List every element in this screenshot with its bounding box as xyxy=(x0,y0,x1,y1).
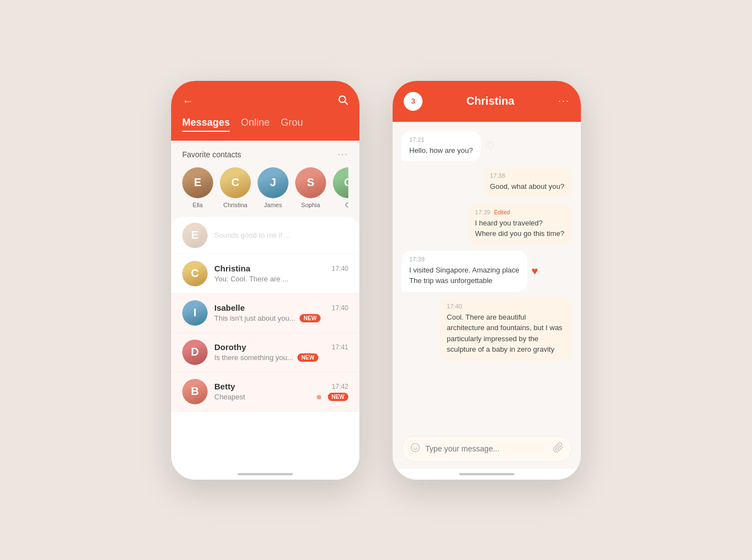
bubble-text-3: I heard you traveled?Where did you go th… xyxy=(475,218,564,239)
chat-input-bar xyxy=(393,429,581,469)
new-badge-isabelle: NEW xyxy=(300,314,320,322)
msg-preview-christina: You: Cool. There are ... xyxy=(214,275,348,283)
new-badge-dorothy: NEW xyxy=(297,353,318,362)
tabs-row: Messages Online Grou xyxy=(182,117,348,141)
favorites-list: E Ella C Christina J James xyxy=(182,167,348,208)
message-row-1: 17:21 Hello, how are you? ♡ xyxy=(401,131,572,162)
msg-name-dorothy: Dorothy xyxy=(214,342,246,352)
msg-avatar-christina: C xyxy=(182,261,208,286)
message-item-betty[interactable]: B Betty 17:42 Cheapest NEW xyxy=(171,372,359,412)
fav-avatar-ol: O xyxy=(333,167,348,198)
attach-button[interactable] xyxy=(553,442,564,456)
message-item-isabelle[interactable]: I Isabelle 17:40 This isn't just about y… xyxy=(171,294,359,333)
chat-more-button[interactable]: ··· xyxy=(558,95,570,107)
message-input[interactable] xyxy=(425,444,548,453)
avatar-image-sophia: S xyxy=(295,167,326,198)
msg-name-betty: Betty xyxy=(214,382,235,391)
msg-time-betty: 17:42 xyxy=(332,383,348,391)
bubble-incoming-4: 17:39 I visited Singapore. Amazing place… xyxy=(401,250,527,292)
msg-name-isabelle: Isabelle xyxy=(214,303,245,312)
msg-time-isabelle: 17:40 xyxy=(332,304,348,312)
avatar-image-james: J xyxy=(257,167,289,198)
message-list: E Sounds good to me if ... C xyxy=(171,217,359,469)
bubble-time-2: 17:38 xyxy=(490,172,564,179)
msg-preview-isabelle: This isn't just about you... NEW xyxy=(214,314,348,322)
msg-avatar-faded: E xyxy=(182,223,208,248)
bubble-text-5: Cool. There are beautiful architecture a… xyxy=(447,312,564,355)
emoji-button[interactable] xyxy=(410,442,421,456)
message-item-dorothy[interactable]: D Dorothy 17:41 Is there something you..… xyxy=(171,333,359,372)
fav-name-christina: Christina xyxy=(223,202,247,208)
msg-avatar-isabelle: I xyxy=(182,300,208,326)
chat-messages-body: 17:21 Hello, how are you? ♡ 17:38 Good, … xyxy=(393,122,581,429)
back-button[interactable]: ← xyxy=(182,95,193,107)
bubble-text-4: I visited Singapore. Amazing placeThe tr… xyxy=(409,265,519,286)
message-row-5: 17:40 Cool. There are beautiful architec… xyxy=(401,297,572,361)
msg-preview-dorothy: Is there something you... NEW xyxy=(214,353,348,362)
bubble-outgoing-5: 17:40 Cool. There are beautiful architec… xyxy=(439,297,572,361)
tab-messages[interactable]: Messages xyxy=(182,117,230,132)
fav-contact-christina[interactable]: C Christina xyxy=(220,167,251,208)
new-badge-betty: NEW xyxy=(328,393,348,401)
bubble-time-5: 17:40 xyxy=(447,303,564,310)
bubble-time-3: 17:39 Edited xyxy=(475,209,564,215)
heart-icon-1[interactable]: ♡ xyxy=(485,139,495,152)
fav-avatar-sophia: S xyxy=(295,167,326,198)
chat-contact-name: Christina xyxy=(428,95,553,107)
bubble-outgoing-3: 17:39 Edited I heard you traveled?Where … xyxy=(467,203,572,245)
phones-container: ← Messages Online Grou Favorite contacts xyxy=(171,81,581,480)
messages-header: ← Messages Online Grou xyxy=(171,81,359,141)
chat-badge: 3 xyxy=(404,92,423,111)
svg-point-2 xyxy=(411,443,420,451)
messages-body: Favorite contacts ··· E Ella C Chri xyxy=(171,141,359,469)
fav-contact-ol[interactable]: O Ol xyxy=(333,167,348,208)
tab-online[interactable]: Online xyxy=(241,117,270,132)
fav-contact-ella[interactable]: E Ella xyxy=(182,167,213,208)
heart-icon-4[interactable]: ♥ xyxy=(532,265,538,278)
favorites-title: Favorite contacts xyxy=(182,150,241,159)
search-button[interactable] xyxy=(337,94,348,108)
message-row-4: 17:39 I visited Singapore. Amazing place… xyxy=(401,250,572,292)
bubble-time-4: 17:39 xyxy=(409,256,519,263)
msg-time-christina: 17:40 xyxy=(332,265,348,273)
chat-header: 3 Christina ··· xyxy=(393,81,581,122)
home-indicator-2 xyxy=(393,469,581,480)
bubble-incoming-1: 17:21 Hello, how are you? xyxy=(401,131,481,162)
favorites-header: Favorite contacts ··· xyxy=(182,150,348,160)
fav-name-sophia: Sophia xyxy=(301,202,320,208)
chat-input-container xyxy=(401,436,572,462)
fav-contact-james[interactable]: J James xyxy=(257,167,289,208)
favorites-section: Favorite contacts ··· E Ella C Chri xyxy=(171,141,359,215)
avatar-image-ol: O xyxy=(333,167,348,198)
fav-contact-sophia[interactable]: S Sophia xyxy=(295,167,326,208)
fav-name-james: James xyxy=(264,202,282,208)
fav-name-ella: Ella xyxy=(193,202,203,208)
fav-name-ol: Ol xyxy=(346,202,349,208)
bubble-text-2: Good, what about you? xyxy=(490,181,564,192)
bubble-text-1: Hello, how are you? xyxy=(409,145,473,156)
message-row-3: 17:39 Edited I heard you traveled?Where … xyxy=(401,203,572,245)
fav-avatar-ella: E xyxy=(182,167,213,198)
header-top-row: ← xyxy=(182,94,348,108)
msg-time-dorothy: 17:41 xyxy=(332,343,348,351)
msg-avatar-dorothy: D xyxy=(182,340,208,365)
msg-avatar-betty: B xyxy=(182,379,208,404)
bubble-time-1: 17:21 xyxy=(409,136,473,143)
message-item-christina[interactable]: C Christina 17:40 You: Cool. There are .… xyxy=(171,254,359,294)
fav-avatar-james: J xyxy=(257,167,289,198)
message-row-2: 17:38 Good, what about you? xyxy=(401,167,572,198)
fav-avatar-christina: C xyxy=(220,167,251,198)
home-indicator xyxy=(171,469,359,480)
msg-preview-betty: Cheapest NEW xyxy=(214,393,348,401)
msg-preview-faded: Sounds good to me if ... xyxy=(214,231,348,239)
favorites-more-button[interactable]: ··· xyxy=(338,150,348,160)
msg-name-christina: Christina xyxy=(214,264,250,273)
tab-groups[interactable]: Grou xyxy=(281,117,303,132)
message-item-faded: E Sounds good to me if ... xyxy=(171,217,359,254)
svg-line-1 xyxy=(345,101,348,104)
avatar-image-christina: C xyxy=(220,167,251,198)
unread-dot-betty xyxy=(317,395,321,399)
bubble-outgoing-2: 17:38 Good, what about you? xyxy=(482,167,572,198)
avatar-image-ella: E xyxy=(182,167,213,198)
phone-chat: 3 Christina ··· 17:21 Hello, how are you… xyxy=(393,81,581,480)
